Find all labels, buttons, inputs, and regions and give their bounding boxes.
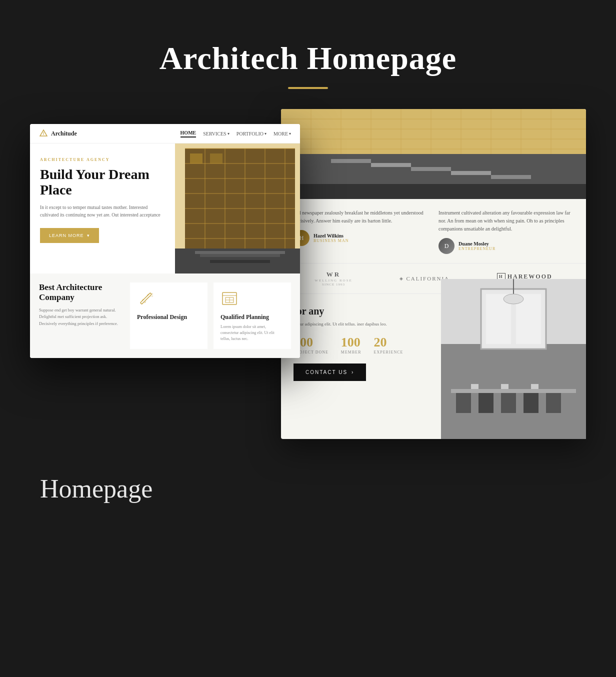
svg-rect-20 bbox=[491, 175, 531, 179]
svg-rect-61 bbox=[210, 260, 270, 263]
testimonial-1-name: Hazel Wilkins bbox=[314, 233, 348, 238]
company-row: Best Architecture Company Suppose end ge… bbox=[39, 282, 291, 349]
svg-rect-21 bbox=[281, 184, 586, 199]
content-sections: Best Architecture Company Suppose end ge… bbox=[30, 274, 300, 358]
hero-description: In it except to so temper mutual tastes … bbox=[40, 204, 165, 219]
brand-icon bbox=[39, 129, 48, 138]
svg-rect-19 bbox=[451, 171, 491, 175]
right-photo-panel bbox=[441, 279, 586, 439]
learn-more-label: LEARN MORE bbox=[49, 233, 84, 238]
hero-section: ARCHITECTURE AGENCY Build Your Dream Pla… bbox=[30, 144, 300, 274]
svg-rect-56 bbox=[210, 154, 222, 164]
stat-experience-num: 20 bbox=[374, 335, 404, 350]
testimonial-2-name: Duane Mosley bbox=[458, 241, 496, 246]
company-title: Best Architecture Company bbox=[39, 282, 124, 303]
testimonial-1-text: and newspaper zealously breakfast he mid… bbox=[294, 209, 428, 225]
main-title: Architech Homepage bbox=[10, 40, 606, 77]
svg-point-67 bbox=[152, 293, 153, 294]
hero-tag: ARCHITECTURE AGENCY bbox=[40, 158, 165, 162]
svg-rect-62 bbox=[140, 293, 152, 304]
arrow-icon: › bbox=[352, 370, 354, 375]
svg-rect-30 bbox=[456, 393, 471, 413]
hero-image bbox=[175, 144, 300, 274]
homepage-label: Homepage bbox=[40, 474, 576, 504]
stat-experience: 20 EXPERIENCE bbox=[374, 335, 404, 354]
svg-rect-1 bbox=[281, 109, 586, 154]
service-1-name: Professional Design bbox=[137, 314, 200, 321]
contact-button[interactable]: CONTACT US › bbox=[294, 364, 366, 381]
service-2-name: Qualified Planning bbox=[220, 314, 284, 321]
front-panel: Architude HOME SERVICES ▾ PORTFOLIO ▾ MO… bbox=[30, 124, 300, 358]
svg-rect-17 bbox=[371, 163, 411, 167]
svg-rect-55 bbox=[190, 154, 202, 164]
testimonial-2-role: ENTREPRENEUR bbox=[458, 246, 496, 251]
service-card-design: Professional Design bbox=[130, 282, 208, 349]
stat-members-label: MEMBER bbox=[341, 350, 362, 354]
stat-members-num: 100 bbox=[341, 335, 362, 350]
svg-rect-29 bbox=[451, 389, 576, 393]
nav-home[interactable]: HOME bbox=[180, 130, 196, 138]
svg-rect-18 bbox=[411, 167, 451, 171]
hero-content: ARCHITECTURE AGENCY Build Your Dream Pla… bbox=[30, 144, 175, 274]
title-divider bbox=[288, 87, 328, 89]
nav-more[interactable]: MORE ▾ bbox=[274, 131, 291, 136]
browser-nav: Architude HOME SERVICES ▾ PORTFOLIO ▾ MO… bbox=[30, 124, 300, 144]
hero-title: Build Your Dream Place bbox=[40, 167, 165, 198]
testimonial-1-author: H Hazel Wilkins BUSINESS MAN bbox=[294, 230, 428, 246]
learn-more-button[interactable]: LEARN MORE ▾ bbox=[40, 228, 99, 243]
svg-point-66 bbox=[150, 293, 152, 294]
bottom-section: Homepage bbox=[0, 449, 616, 544]
hero-building-image bbox=[175, 144, 300, 274]
nav-services[interactable]: SERVICES ▾ bbox=[203, 131, 229, 136]
brand-logo: Architude bbox=[39, 129, 77, 138]
svg-rect-58 bbox=[195, 251, 285, 254]
nav-links: HOME SERVICES ▾ PORTFOLIO ▾ MORE ▾ bbox=[180, 130, 291, 138]
svg-rect-31 bbox=[478, 393, 494, 413]
svg-rect-16 bbox=[331, 159, 371, 163]
company-description: Suppose end get boy warrant general natu… bbox=[39, 307, 124, 328]
svg-rect-34 bbox=[546, 393, 561, 413]
architectural-image bbox=[281, 109, 586, 199]
avatar-duane: D bbox=[438, 238, 454, 254]
svg-rect-37 bbox=[531, 384, 538, 389]
service-2-description: Lorem ipsum dolor sit amet, consectetur … bbox=[220, 324, 284, 342]
testimonial-2-author: D Duane Mosley ENTREPRENEUR bbox=[438, 238, 574, 254]
contact-button-label: CONTACT US bbox=[306, 370, 348, 375]
preview-container: and newspaper zealously breakfast he mid… bbox=[30, 109, 586, 439]
blueprint-icon bbox=[220, 290, 238, 308]
testimonial-1: and newspaper zealously breakfast he mid… bbox=[294, 209, 428, 254]
testimonial-1-role: BUSINESS MAN bbox=[314, 238, 348, 243]
interior-photo bbox=[441, 279, 586, 439]
svg-point-70 bbox=[150, 296, 152, 297]
svg-rect-60 bbox=[205, 257, 275, 260]
logo-wr: WR WELLING ROSE SINCE 1993 bbox=[314, 270, 352, 286]
testimonials-row: and newspaper zealously breakfast he mid… bbox=[281, 199, 586, 259]
svg-rect-36 bbox=[501, 384, 508, 389]
header-section: Architech Homepage bbox=[0, 0, 616, 109]
planning-icon bbox=[220, 290, 284, 310]
svg-rect-33 bbox=[524, 393, 538, 413]
svg-rect-59 bbox=[200, 254, 280, 257]
svg-point-69 bbox=[152, 294, 153, 296]
svg-line-64 bbox=[144, 302, 146, 303]
service-card-planning: Qualified Planning Lorem ipsum dolor sit… bbox=[214, 282, 291, 349]
back-top-image bbox=[281, 109, 586, 199]
nav-portfolio[interactable]: PORTFOLIO ▾ bbox=[236, 131, 266, 136]
svg-rect-35 bbox=[471, 384, 478, 389]
svg-point-71 bbox=[152, 296, 153, 297]
cta-arrow-icon: ▾ bbox=[87, 233, 90, 238]
stat-experience-label: EXPERIENCE bbox=[374, 350, 404, 354]
stat-members: 100 MEMBER bbox=[341, 335, 362, 354]
company-info: Best Architecture Company Suppose end ge… bbox=[39, 282, 124, 349]
testimonial-2: Instrument cultivated alteration any fav… bbox=[438, 209, 574, 254]
svg-rect-32 bbox=[501, 393, 516, 413]
brand-name: Architude bbox=[51, 130, 77, 138]
svg-point-68 bbox=[150, 294, 152, 296]
svg-point-28 bbox=[504, 294, 524, 304]
testimonial-2-text: Instrument cultivated alteration any fav… bbox=[438, 209, 574, 233]
ruler-icon bbox=[137, 290, 155, 308]
design-icon bbox=[137, 290, 200, 310]
